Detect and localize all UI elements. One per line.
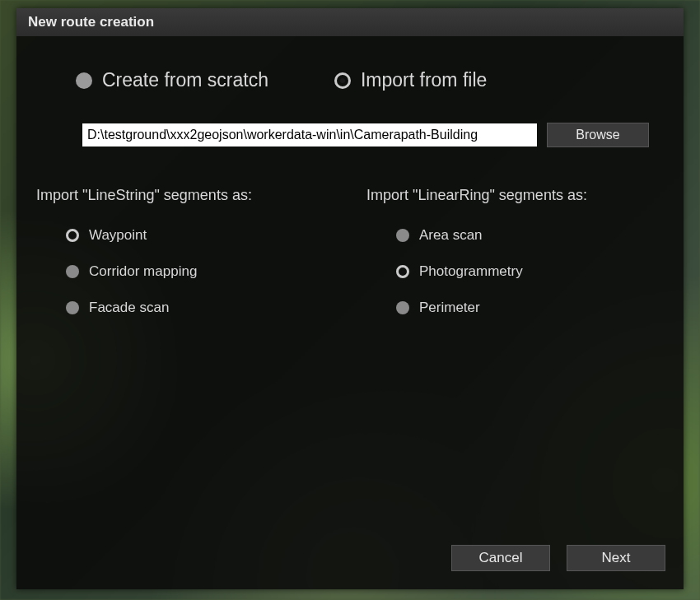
radio-import-from-file[interactable]: Import from file [334, 69, 487, 91]
linearring-heading: Import "LinearRing" segments as: [366, 187, 664, 204]
radio-icon [66, 265, 79, 278]
dialog-body: Create from scratch Import from file Bro… [16, 69, 684, 336]
radio-perimeter[interactable]: Perimeter [396, 300, 664, 316]
radio-icon [334, 72, 351, 89]
radio-label: Create from scratch [102, 69, 268, 91]
mode-row: Create from scratch Import from file [76, 69, 664, 91]
radio-facade-scan[interactable]: Facade scan [66, 300, 334, 316]
radio-icon [396, 301, 409, 314]
radio-area-scan[interactable]: Area scan [396, 227, 664, 244]
radio-label: Corridor mapping [89, 263, 197, 280]
dialog-titlebar: New route creation [16, 8, 684, 36]
radio-icon [76, 72, 92, 89]
browse-button[interactable]: Browse [547, 123, 649, 147]
radio-icon [66, 229, 79, 242]
radio-label: Facade scan [89, 300, 169, 316]
radio-photogrammetry[interactable]: Photogrammetry [396, 263, 664, 280]
radio-icon [396, 229, 409, 242]
radio-waypoint[interactable]: Waypoint [66, 227, 334, 244]
radio-label: Import from file [361, 69, 487, 91]
linestring-heading: Import "LineString" segments as: [36, 187, 334, 204]
linearring-column: Import "LinearRing" segments as: Area sc… [366, 187, 664, 336]
new-route-dialog: New route creation Create from scratch I… [16, 8, 684, 589]
linestring-column: Import "LineString" segments as: Waypoin… [36, 187, 334, 336]
next-button[interactable]: Next [567, 545, 665, 571]
radio-label: Perimeter [419, 300, 480, 316]
dialog-footer: Cancel Next [451, 545, 665, 571]
radio-label: Waypoint [89, 227, 147, 244]
dialog-title: New route creation [28, 14, 154, 30]
file-row: Browse [82, 123, 664, 147]
file-path-input[interactable] [82, 123, 537, 147]
radio-icon [66, 301, 79, 314]
radio-icon [396, 265, 409, 278]
radio-label: Photogrammetry [419, 263, 523, 280]
radio-corridor-mapping[interactable]: Corridor mapping [66, 263, 334, 280]
cancel-button[interactable]: Cancel [451, 545, 550, 571]
radio-label: Area scan [419, 227, 483, 244]
radio-create-from-scratch[interactable]: Create from scratch [76, 69, 268, 91]
segment-columns: Import "LineString" segments as: Waypoin… [36, 187, 664, 336]
